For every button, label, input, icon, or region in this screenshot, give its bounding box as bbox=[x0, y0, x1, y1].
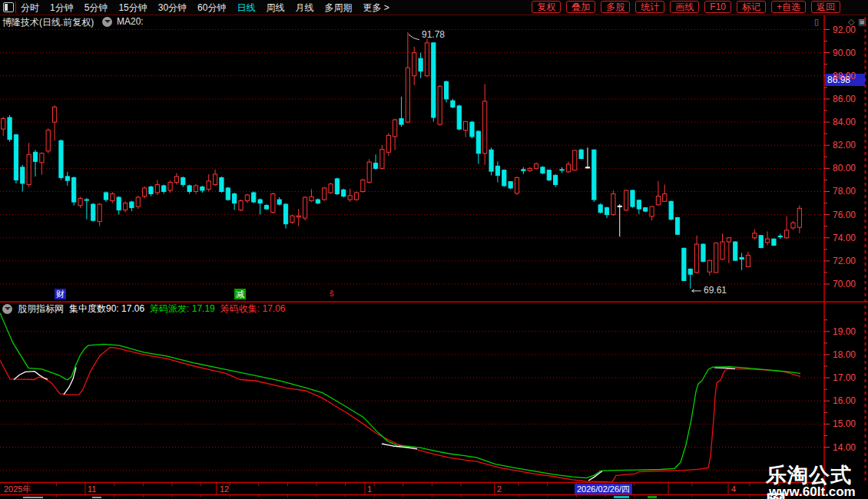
indicator-line-series[interactable] bbox=[0, 313, 800, 482]
price-axis-label: 84.00 bbox=[833, 117, 868, 127]
time-axis-month-label: 12 bbox=[220, 484, 229, 494]
clipped-status-text bbox=[23, 497, 43, 498]
indicator-axis-label: 17.00 bbox=[833, 372, 868, 383]
indicator-axis-label: 19.00 bbox=[833, 326, 868, 337]
indicator-value-distribution: 筹码派发: 17.19 bbox=[150, 302, 215, 316]
indicator-value-collection: 筹码收集: 17.06 bbox=[220, 302, 286, 316]
clipped-status-text bbox=[614, 496, 629, 498]
price-axis-label: 74.00 bbox=[833, 233, 868, 243]
price-axis-label: 86.00 bbox=[833, 94, 868, 104]
chart-event-marker: ŝ bbox=[328, 288, 336, 299]
indicator-chevron-icon[interactable] bbox=[2, 304, 12, 314]
price-axis-label: 92.00 bbox=[833, 25, 868, 35]
chart-event-marker: 减 bbox=[234, 289, 246, 299]
clipped-status-text bbox=[92, 497, 101, 498]
chart-canvas[interactable] bbox=[0, 0, 868, 499]
indicator-value-concentration: 集中度数90: 17.06 bbox=[69, 302, 144, 316]
clipped-status-text bbox=[648, 496, 657, 498]
indicator-axis-label: 14.00 bbox=[833, 442, 868, 453]
time-axis-month-label: 1 bbox=[367, 484, 372, 494]
price-axis-label: 70.00 bbox=[833, 279, 868, 289]
indicator-gridlines bbox=[0, 332, 824, 471]
high-price-annotation: 91.78 bbox=[422, 29, 445, 40]
time-axis-month-label: 4 bbox=[731, 484, 736, 494]
price-axis-label: 78.00 bbox=[833, 186, 868, 197]
indicator-axis-label: 18.00 bbox=[833, 349, 868, 360]
stock-app-window: 分时1分钟5分钟15分钟30分钟60分钟日线周线月线多周期更多 > 复权叠加多股… bbox=[0, 0, 868, 499]
price-axis-label: 80.00 bbox=[833, 163, 868, 173]
selected-date-tag: 2026/02/26/四 bbox=[575, 484, 632, 494]
price-axis-label: 82.00 bbox=[833, 140, 868, 150]
price-axis-label: 76.00 bbox=[833, 210, 868, 220]
indicator-header: 股朋指标网 集中度数90: 17.06 筹码派发: 17.19 筹码收集: 17… bbox=[2, 303, 286, 315]
time-axis-year-label: 2025年 bbox=[4, 484, 31, 494]
price-axis-label: 90.00 bbox=[833, 48, 868, 58]
indicator-axis-label: 15.00 bbox=[833, 418, 868, 429]
chart-event-marker: 财 bbox=[55, 289, 66, 299]
time-axis-month-label: 11 bbox=[88, 484, 96, 494]
price-axis-label: 72.00 bbox=[833, 256, 868, 266]
indicator-source-label: 股朋指标网 bbox=[18, 302, 64, 316]
price-axis-label: 88.00 bbox=[833, 71, 868, 81]
indicator-axis-label: 16.00 bbox=[833, 395, 868, 406]
time-axis-month-label: 2 bbox=[497, 484, 502, 494]
candlestick-series[interactable] bbox=[2, 32, 802, 292]
watermark-site-url: www.60lt.com bbox=[769, 484, 856, 499]
low-price-annotation: 69.61 bbox=[704, 285, 727, 296]
